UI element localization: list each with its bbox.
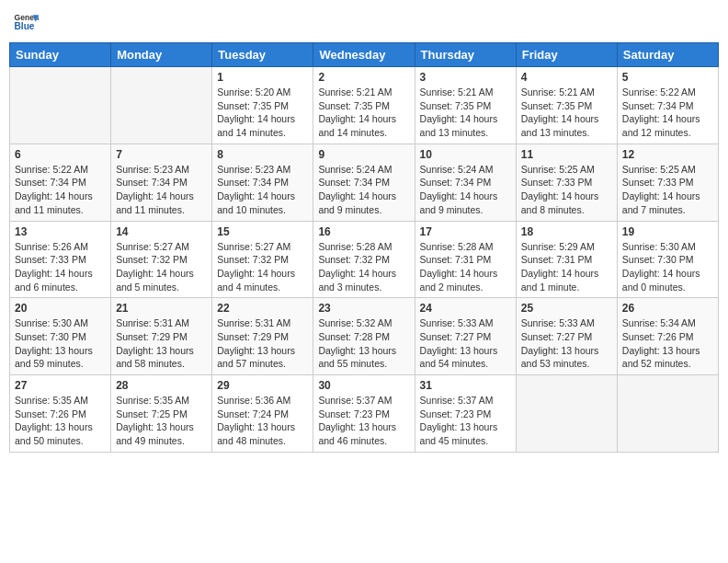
calendar-cell: 14Sunrise: 5:27 AMSunset: 7:32 PMDayligh… — [111, 221, 212, 298]
day-detail: Sunrise: 5:26 AMSunset: 7:33 PMDaylight:… — [15, 240, 106, 294]
calendar-week-row: 20Sunrise: 5:30 AMSunset: 7:30 PMDayligh… — [10, 298, 719, 375]
calendar-cell: 27Sunrise: 5:35 AMSunset: 7:26 PMDayligh… — [10, 375, 111, 453]
day-number: 13 — [15, 225, 106, 238]
day-number: 30 — [318, 379, 409, 392]
day-detail: Sunrise: 5:20 AMSunset: 7:35 PMDaylight:… — [217, 86, 308, 140]
day-detail: Sunrise: 5:25 AMSunset: 7:33 PMDaylight:… — [521, 163, 612, 217]
day-detail: Sunrise: 5:32 AMSunset: 7:28 PMDaylight:… — [318, 316, 409, 371]
day-detail: Sunrise: 5:23 AMSunset: 7:34 PMDaylight:… — [217, 163, 308, 217]
day-detail: Sunrise: 5:28 AMSunset: 7:32 PMDaylight:… — [318, 240, 409, 294]
day-detail: Sunrise: 5:37 AMSunset: 7:23 PMDaylight:… — [318, 394, 409, 448]
calendar-cell: 2Sunrise: 5:21 AMSunset: 7:35 PMDaylight… — [313, 67, 415, 144]
day-detail: Sunrise: 5:22 AMSunset: 7:34 PMDaylight:… — [15, 163, 106, 217]
day-detail: Sunrise: 5:24 AMSunset: 7:34 PMDaylight:… — [420, 163, 511, 217]
weekday-header-friday: Friday — [516, 43, 617, 67]
day-detail: Sunrise: 5:28 AMSunset: 7:31 PMDaylight:… — [420, 240, 511, 294]
day-number: 5 — [622, 71, 713, 84]
weekday-header-wednesday: Wednesday — [313, 43, 415, 67]
day-number: 10 — [420, 148, 511, 161]
day-detail: Sunrise: 5:33 AMSunset: 7:27 PMDaylight:… — [521, 316, 612, 371]
weekday-header-saturday: Saturday — [617, 43, 718, 67]
day-detail: Sunrise: 5:37 AMSunset: 7:23 PMDaylight:… — [420, 394, 511, 448]
day-detail: Sunrise: 5:35 AMSunset: 7:26 PMDaylight:… — [15, 394, 106, 448]
calendar-cell: 6Sunrise: 5:22 AMSunset: 7:34 PMDaylight… — [10, 144, 111, 221]
day-number: 7 — [116, 148, 207, 161]
day-number: 15 — [217, 225, 308, 238]
day-number: 2 — [318, 71, 409, 84]
day-number: 9 — [318, 148, 409, 161]
day-number: 16 — [318, 225, 409, 238]
day-number: 14 — [116, 225, 207, 238]
calendar-cell: 11Sunrise: 5:25 AMSunset: 7:33 PMDayligh… — [516, 144, 617, 221]
day-detail: Sunrise: 5:33 AMSunset: 7:27 PMDaylight:… — [420, 316, 511, 371]
calendar-cell: 16Sunrise: 5:28 AMSunset: 7:32 PMDayligh… — [313, 221, 415, 298]
day-number: 8 — [217, 148, 308, 161]
weekday-header-row: SundayMondayTuesdayWednesdayThursdayFrid… — [10, 43, 719, 67]
day-number: 25 — [521, 302, 612, 315]
calendar-week-row: 1Sunrise: 5:20 AMSunset: 7:35 PMDaylight… — [10, 67, 719, 144]
calendar-table: SundayMondayTuesdayWednesdayThursdayFrid… — [9, 42, 719, 453]
weekday-header-sunday: Sunday — [10, 43, 111, 67]
calendar-cell: 5Sunrise: 5:22 AMSunset: 7:34 PMDaylight… — [617, 67, 718, 144]
calendar-cell: 4Sunrise: 5:21 AMSunset: 7:35 PMDaylight… — [516, 67, 617, 144]
day-number: 20 — [15, 302, 106, 315]
day-detail: Sunrise: 5:34 AMSunset: 7:26 PMDaylight:… — [622, 316, 713, 371]
svg-text:Blue: Blue — [15, 21, 35, 31]
weekday-header-tuesday: Tuesday — [212, 43, 313, 67]
calendar-cell: 12Sunrise: 5:25 AMSunset: 7:33 PMDayligh… — [617, 144, 718, 221]
weekday-header-monday: Monday — [111, 43, 212, 67]
day-detail: Sunrise: 5:22 AMSunset: 7:34 PMDaylight:… — [622, 86, 713, 140]
day-number: 31 — [420, 379, 511, 392]
calendar-cell: 1Sunrise: 5:20 AMSunset: 7:35 PMDaylight… — [212, 67, 313, 144]
calendar-cell: 30Sunrise: 5:37 AMSunset: 7:23 PMDayligh… — [313, 375, 415, 453]
calendar-cell — [617, 375, 718, 453]
day-detail: Sunrise: 5:21 AMSunset: 7:35 PMDaylight:… — [318, 86, 409, 140]
calendar-week-row: 6Sunrise: 5:22 AMSunset: 7:34 PMDaylight… — [10, 144, 719, 221]
day-detail: Sunrise: 5:25 AMSunset: 7:33 PMDaylight:… — [622, 163, 713, 217]
calendar-cell: 15Sunrise: 5:27 AMSunset: 7:32 PMDayligh… — [212, 221, 313, 298]
day-number: 3 — [420, 71, 511, 84]
calendar-cell: 18Sunrise: 5:29 AMSunset: 7:31 PMDayligh… — [516, 221, 617, 298]
calendar-cell: 22Sunrise: 5:31 AMSunset: 7:29 PMDayligh… — [212, 298, 313, 375]
calendar-week-row: 13Sunrise: 5:26 AMSunset: 7:33 PMDayligh… — [10, 221, 719, 298]
day-detail: Sunrise: 5:27 AMSunset: 7:32 PMDaylight:… — [217, 240, 308, 294]
calendar-week-row: 27Sunrise: 5:35 AMSunset: 7:26 PMDayligh… — [10, 375, 719, 453]
day-detail: Sunrise: 5:21 AMSunset: 7:35 PMDaylight:… — [521, 86, 612, 140]
day-number: 22 — [217, 302, 308, 315]
calendar-cell: 26Sunrise: 5:34 AMSunset: 7:26 PMDayligh… — [617, 298, 718, 375]
calendar-cell: 7Sunrise: 5:23 AMSunset: 7:34 PMDaylight… — [111, 144, 212, 221]
day-number: 11 — [521, 148, 612, 161]
day-detail: Sunrise: 5:30 AMSunset: 7:30 PMDaylight:… — [15, 316, 106, 371]
calendar-cell: 21Sunrise: 5:31 AMSunset: 7:29 PMDayligh… — [111, 298, 212, 375]
day-detail: Sunrise: 5:29 AMSunset: 7:31 PMDaylight:… — [521, 240, 612, 294]
calendar-cell: 3Sunrise: 5:21 AMSunset: 7:35 PMDaylight… — [415, 67, 516, 144]
day-number: 18 — [521, 225, 612, 238]
day-number: 26 — [622, 302, 713, 315]
calendar-cell — [516, 375, 617, 453]
logo-icon: General Blue — [13, 9, 39, 35]
day-number: 6 — [15, 148, 106, 161]
day-number: 1 — [217, 71, 308, 84]
day-number: 12 — [622, 148, 713, 161]
day-number: 23 — [318, 302, 409, 315]
day-number: 27 — [15, 379, 106, 392]
calendar-cell — [10, 67, 111, 144]
weekday-header-thursday: Thursday — [415, 43, 516, 67]
day-detail: Sunrise: 5:36 AMSunset: 7:24 PMDaylight:… — [217, 394, 308, 448]
calendar-cell: 23Sunrise: 5:32 AMSunset: 7:28 PMDayligh… — [313, 298, 415, 375]
calendar-cell: 17Sunrise: 5:28 AMSunset: 7:31 PMDayligh… — [415, 221, 516, 298]
page-header: General Blue — [9, 9, 719, 35]
day-detail: Sunrise: 5:21 AMSunset: 7:35 PMDaylight:… — [420, 86, 511, 140]
day-detail: Sunrise: 5:24 AMSunset: 7:34 PMDaylight:… — [318, 163, 409, 217]
day-detail: Sunrise: 5:30 AMSunset: 7:30 PMDaylight:… — [622, 240, 713, 294]
calendar-cell: 24Sunrise: 5:33 AMSunset: 7:27 PMDayligh… — [415, 298, 516, 375]
calendar-cell: 10Sunrise: 5:24 AMSunset: 7:34 PMDayligh… — [415, 144, 516, 221]
calendar-cell: 9Sunrise: 5:24 AMSunset: 7:34 PMDaylight… — [313, 144, 415, 221]
day-number: 19 — [622, 225, 713, 238]
day-number: 29 — [217, 379, 308, 392]
day-detail: Sunrise: 5:31 AMSunset: 7:29 PMDaylight:… — [217, 316, 308, 371]
calendar-cell: 19Sunrise: 5:30 AMSunset: 7:30 PMDayligh… — [617, 221, 718, 298]
day-number: 17 — [420, 225, 511, 238]
calendar-cell — [111, 67, 212, 144]
day-detail: Sunrise: 5:31 AMSunset: 7:29 PMDaylight:… — [116, 316, 207, 371]
